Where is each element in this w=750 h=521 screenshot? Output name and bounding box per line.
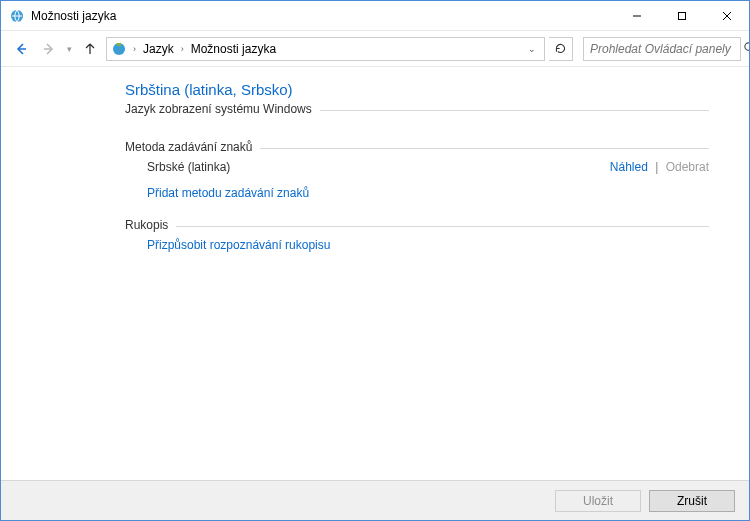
- search-icon[interactable]: [743, 41, 750, 57]
- titlebar: Možnosti jazyka: [1, 1, 749, 31]
- close-button[interactable]: [704, 1, 749, 30]
- chevron-right-icon[interactable]: ›: [179, 44, 186, 54]
- cancel-button[interactable]: Zrušit: [649, 490, 735, 512]
- action-separator: |: [651, 160, 662, 174]
- up-button[interactable]: [78, 37, 102, 61]
- customize-handwriting-link[interactable]: Přizpůsobit rozpoznávání rukopisu: [147, 238, 330, 252]
- add-input-method-link[interactable]: Přidat metodu zadávání znaků: [147, 186, 309, 200]
- display-language-section-label: Jazyk zobrazení systému Windows: [125, 102, 312, 116]
- section-separator: [320, 110, 709, 111]
- search-input[interactable]: [588, 41, 743, 57]
- control-panel-icon: [111, 41, 127, 57]
- svg-rect-2: [678, 12, 685, 19]
- section-separator: [260, 148, 709, 149]
- svg-rect-8: [117, 43, 121, 46]
- window-title: Možnosti jazyka: [31, 9, 116, 23]
- minimize-button[interactable]: [614, 1, 659, 30]
- refresh-button[interactable]: [549, 37, 573, 61]
- search-box[interactable]: [583, 37, 741, 61]
- app-icon: [9, 8, 25, 24]
- save-button[interactable]: Uložit: [555, 490, 641, 512]
- preview-link[interactable]: Náhled: [610, 160, 648, 174]
- breadcrumb[interactable]: › Jazyk › Možnosti jazyka ⌄: [106, 37, 545, 61]
- chevron-right-icon[interactable]: ›: [131, 44, 138, 54]
- svg-point-9: [745, 42, 750, 49]
- back-button[interactable]: [9, 37, 33, 61]
- recent-locations-chevron[interactable]: ▾: [65, 44, 74, 54]
- footer: Uložit Zrušit: [1, 480, 749, 520]
- page-title: Srbština (latinka, Srbsko): [125, 81, 709, 98]
- maximize-button[interactable]: [659, 1, 704, 30]
- input-method-name: Srbské (latinka): [147, 160, 610, 174]
- breadcrumb-item-jazyk[interactable]: Jazyk: [140, 42, 177, 56]
- section-separator: [176, 226, 709, 227]
- navbar: ▾ › Jazyk › Možnosti jazyka ⌄: [1, 31, 749, 67]
- breadcrumb-dropdown-chevron[interactable]: ⌄: [524, 44, 540, 54]
- content-area: Srbština (latinka, Srbsko) Jazyk zobraze…: [1, 67, 749, 480]
- remove-link-disabled: Odebrat: [666, 160, 709, 174]
- input-method-section-label: Metoda zadávání znaků: [125, 140, 252, 154]
- forward-button[interactable]: [37, 37, 61, 61]
- breadcrumb-item-moznosti[interactable]: Možnosti jazyka: [188, 42, 279, 56]
- handwriting-section-label: Rukopis: [125, 218, 168, 232]
- input-method-row: Srbské (latinka) Náhled | Odebrat: [125, 154, 709, 180]
